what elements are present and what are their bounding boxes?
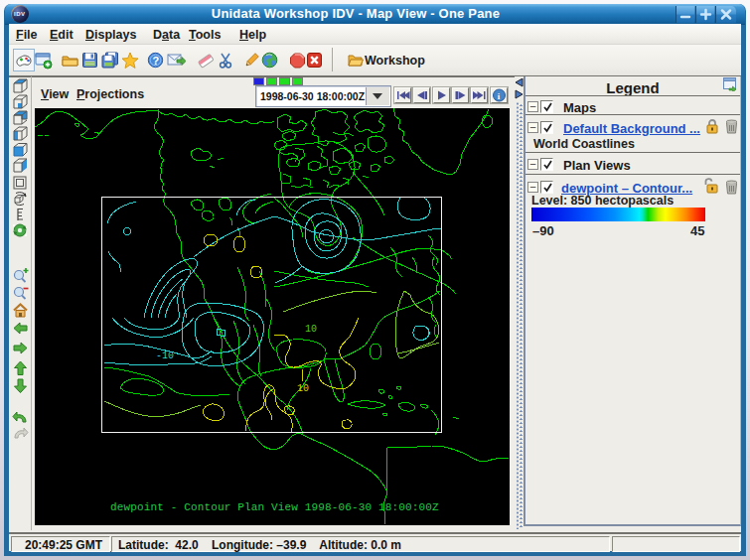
svg-text:dewpoint - Contour Plan View 1: dewpoint - Contour Plan View 1998-06-30 … — [110, 501, 439, 513]
svg-text:-10: -10 — [156, 350, 174, 361]
svg-text:10: 10 — [305, 324, 317, 335]
svg-text:10: 10 — [297, 383, 309, 394]
svg-text:?: ? — [153, 55, 160, 67]
